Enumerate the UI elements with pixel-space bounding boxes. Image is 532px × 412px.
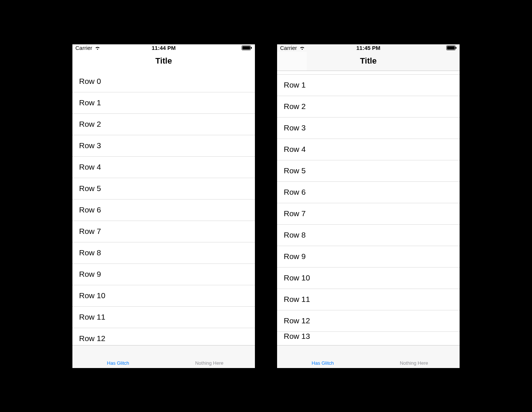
table-view[interactable]: Row 1 Row 2 Row 3 Row 4 Row 5 Row 6 Row … [277, 71, 460, 345]
row-label: Row 13 [284, 332, 310, 340]
row-label: Row 7 [284, 209, 306, 218]
row-label: Row 12 [79, 334, 105, 343]
tab-nothing-here[interactable]: Nothing Here [368, 345, 460, 368]
table-row[interactable]: Row 6 [277, 182, 460, 203]
wifi-icon [299, 46, 305, 50]
status-time: 11:44 PM [151, 45, 175, 51]
table-row[interactable]: Row 10 [277, 268, 460, 289]
row-label: Row 10 [284, 273, 310, 282]
table-row[interactable]: Row 12 [72, 328, 255, 345]
table-row[interactable]: Row 8 [72, 242, 255, 264]
row-label: Row 4 [284, 145, 306, 154]
table-row[interactable]: Row 5 [72, 178, 255, 200]
carrier-label: Carrier [280, 45, 297, 51]
battery-icon [242, 45, 252, 50]
table-row[interactable]: Row 6 [72, 200, 255, 221]
row-label: Row 11 [284, 295, 310, 304]
table-row[interactable]: Row 10 [72, 285, 255, 307]
svg-rect-2 [251, 47, 252, 49]
tab-bar: Has Glitch Nothing Here [72, 345, 255, 368]
row-label: Row 1 [79, 98, 101, 107]
table-row[interactable]: Row 9 [277, 246, 460, 268]
table-row[interactable]: Row 1 [72, 92, 255, 114]
row-label: Row 8 [79, 248, 101, 257]
tab-label: Nothing Here [195, 360, 224, 366]
tab-has-glitch[interactable]: Has Glitch [72, 345, 164, 368]
row-label: Row 7 [79, 227, 101, 236]
nav-title: Title [156, 56, 172, 66]
row-label: Row 3 [284, 123, 306, 132]
navigation-bar: Title [72, 52, 255, 71]
tab-has-glitch[interactable]: Has Glitch [277, 345, 368, 368]
table-row[interactable]: Row 1 [277, 75, 460, 96]
tab-bar: Has Glitch Nothing Here [277, 345, 460, 368]
carrier-label: Carrier [75, 45, 92, 51]
row-label: Row 11 [79, 313, 105, 321]
table-row[interactable]: Row 9 [72, 264, 255, 285]
status-left: Carrier [75, 45, 100, 51]
table-row[interactable]: Row 2 [277, 96, 460, 118]
table-row[interactable]: Row 8 [277, 225, 460, 246]
nav-back-area[interactable] [277, 52, 307, 71]
tab-label: Has Glitch [107, 360, 129, 366]
status-left: Carrier [280, 45, 305, 51]
navigation-bar: Title [277, 52, 460, 71]
row-label: Row 5 [284, 166, 306, 175]
row-label: Row 2 [79, 120, 101, 129]
status-bar: Carrier 11:45 PM [277, 44, 460, 52]
table-row[interactable]: Row 12 [277, 310, 460, 332]
row-label: Row 3 [79, 141, 101, 150]
row-label: Row 2 [284, 102, 306, 111]
row-label: Row 5 [79, 184, 101, 193]
row-label: Row 4 [79, 163, 101, 171]
table-row[interactable]: Row 7 [277, 203, 460, 225]
row-label: Row 12 [284, 316, 310, 325]
row-label: Row 9 [284, 252, 306, 261]
table-row[interactable]: Row 4 [277, 139, 460, 160]
row-label: Row 0 [79, 77, 101, 86]
status-time: 11:45 PM [356, 45, 380, 51]
row-label: Row 8 [284, 231, 306, 239]
row-label: Row 10 [79, 291, 105, 300]
table-row[interactable]: Row 0 [72, 71, 255, 92]
table-row[interactable]: Row 2 [72, 114, 255, 135]
table-row[interactable]: Row 3 [72, 135, 255, 157]
table-row[interactable]: Row 11 [277, 289, 460, 310]
table-row[interactable]: Row 5 [277, 160, 460, 182]
svg-rect-1 [242, 46, 250, 50]
row-label: Row 6 [79, 205, 101, 214]
row-label: Row 1 [284, 81, 306, 89]
status-right [446, 45, 457, 50]
status-bar: Carrier 11:44 PM [72, 44, 255, 52]
table-view[interactable]: Row 0 Row 1 Row 2 Row 3 Row 4 Row 5 Row … [72, 71, 255, 345]
nav-title: Title [360, 56, 377, 66]
table-row[interactable]: Row 11 [72, 307, 255, 328]
phone-left: Carrier 11:44 PM Title Row 0 Row 1 Row 2… [72, 44, 255, 368]
tab-label: Has Glitch [312, 360, 334, 366]
phone-right: Carrier 11:45 PM Title Row 1 Row 2 Row 3… [277, 44, 460, 368]
row-label: Row 9 [79, 270, 101, 279]
row-label: Row 6 [284, 188, 306, 197]
table-row-partial[interactable]: Row 13 [277, 332, 460, 340]
wifi-icon [95, 46, 100, 50]
svg-rect-4 [447, 46, 455, 50]
table-row[interactable]: Row 3 [277, 118, 460, 139]
tab-label: Nothing Here [400, 360, 428, 366]
status-right [242, 45, 252, 50]
table-row-partial[interactable] [277, 71, 460, 75]
table-row[interactable]: Row 7 [72, 221, 255, 242]
battery-icon [446, 45, 457, 50]
svg-rect-5 [456, 47, 457, 49]
tab-nothing-here[interactable]: Nothing Here [164, 345, 255, 368]
table-row[interactable]: Row 4 [72, 157, 255, 178]
